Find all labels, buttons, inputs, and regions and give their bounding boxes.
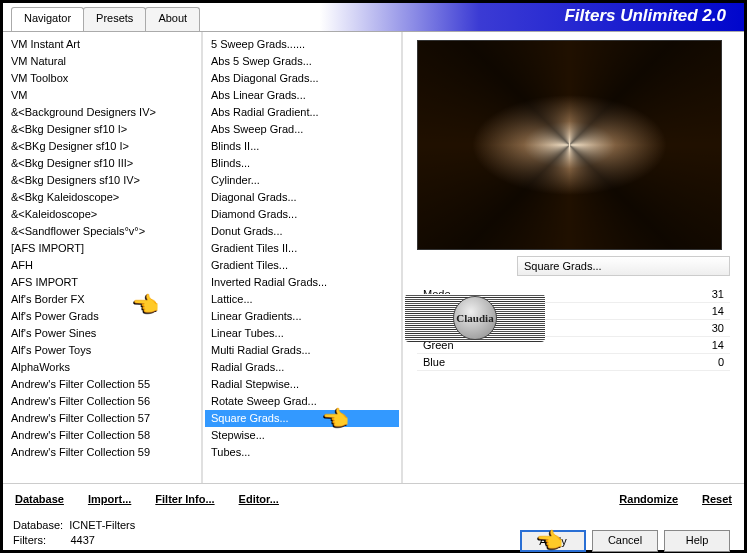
tab-about[interactable]: About: [145, 7, 200, 31]
list-item[interactable]: VM Instant Art: [5, 36, 199, 53]
list-item[interactable]: VM: [5, 87, 199, 104]
list-item[interactable]: Radial Stepwise...: [205, 376, 399, 393]
list-item[interactable]: Gradient Tiles...: [205, 257, 399, 274]
main-area: VM Instant ArtVM NaturalVM ToolboxVM&<Ba…: [3, 31, 744, 483]
list-item[interactable]: Abs Sweep Grad...: [205, 121, 399, 138]
list-item[interactable]: Abs 5 Swep Grads...: [205, 53, 399, 70]
cancel-button[interactable]: Cancel: [592, 530, 658, 552]
list-item[interactable]: [AFS IMPORT]: [5, 240, 199, 257]
list-item[interactable]: Abs Diagonal Grads...: [205, 70, 399, 87]
list-item[interactable]: Linear Gradients...: [205, 308, 399, 325]
list-item[interactable]: Cylinder...: [205, 172, 399, 189]
list-item[interactable]: Stepwise...: [205, 427, 399, 444]
header: Navigator Presets About Filters Unlimite…: [3, 3, 744, 31]
reset-button[interactable]: Reset: [702, 493, 732, 505]
param-value: 14: [684, 339, 724, 351]
list-item[interactable]: &<Bkg Designer sf10 I>: [5, 121, 199, 138]
param-name: Blue: [423, 356, 684, 368]
preview-column: Square Grads... Mode31Brightness14Red30G…: [403, 32, 744, 483]
list-item[interactable]: Andrew's Filter Collection 58: [5, 427, 199, 444]
list-item[interactable]: Square Grads...: [205, 410, 399, 427]
filters-label: Filters:: [13, 534, 46, 546]
footer-info: Database: ICNET-Filters Filters: 4437: [13, 518, 135, 548]
list-item[interactable]: Multi Radial Grads...: [205, 342, 399, 359]
tab-presets[interactable]: Presets: [83, 7, 146, 31]
apply-button[interactable]: Apply: [520, 530, 586, 552]
editor-button[interactable]: Editor...: [239, 493, 279, 505]
list-item[interactable]: Diamond Grads...: [205, 206, 399, 223]
list-item[interactable]: Donut Grads...: [205, 223, 399, 240]
list-item[interactable]: Linear Tubes...: [205, 325, 399, 342]
filter-info-button[interactable]: Filter Info...: [155, 493, 214, 505]
randomize-button[interactable]: Randomize: [619, 493, 678, 505]
app-window: Navigator Presets About Filters Unlimite…: [0, 0, 747, 553]
filters-count: 4437: [70, 534, 94, 546]
list-item[interactable]: Blinds...: [205, 155, 399, 172]
list-item[interactable]: AlphaWorks: [5, 359, 199, 376]
param-value: 14: [684, 305, 724, 317]
list-item[interactable]: Inverted Radial Grads...: [205, 274, 399, 291]
list-item[interactable]: &<Bkg Designers sf10 IV>: [5, 172, 199, 189]
watermark: Claudia: [405, 294, 545, 342]
param-value: 30: [684, 322, 724, 334]
db-label: Database:: [13, 519, 63, 531]
import-button[interactable]: Import...: [88, 493, 131, 505]
tab-navigator[interactable]: Navigator: [11, 7, 84, 31]
tab-bar: Navigator Presets About: [3, 3, 199, 31]
database-button[interactable]: Database: [15, 493, 64, 505]
preview-image: [417, 40, 722, 250]
list-item[interactable]: 5 Sweep Grads......: [205, 36, 399, 53]
list-item[interactable]: Diagonal Grads...: [205, 189, 399, 206]
filter-list[interactable]: 5 Sweep Grads......Abs 5 Swep Grads...Ab…: [203, 32, 401, 483]
dialog-buttons: Apply Cancel Help: [520, 530, 730, 552]
list-item[interactable]: Gradient Tiles II...: [205, 240, 399, 257]
list-item[interactable]: Andrew's Filter Collection 57: [5, 410, 199, 427]
watermark-badge: Claudia: [453, 296, 497, 340]
param-value: 0: [684, 356, 724, 368]
list-item[interactable]: &<Bkg Kaleidoscope>: [5, 189, 199, 206]
list-item[interactable]: Andrew's Filter Collection 56: [5, 393, 199, 410]
list-item[interactable]: &<Background Designers IV>: [5, 104, 199, 121]
list-item[interactable]: Abs Radial Gradient...: [205, 104, 399, 121]
list-item[interactable]: Lattice...: [205, 291, 399, 308]
list-item[interactable]: &<Kaleidoscope>: [5, 206, 199, 223]
param-row[interactable]: Blue0: [417, 354, 730, 371]
selected-filter-label: Square Grads...: [517, 256, 730, 276]
category-list[interactable]: VM Instant ArtVM NaturalVM ToolboxVM&<Ba…: [3, 32, 201, 483]
list-item[interactable]: Radial Grads...: [205, 359, 399, 376]
list-item[interactable]: Alf's Power Toys: [5, 342, 199, 359]
window-title: Filters Unlimited 2.0: [214, 3, 744, 31]
filter-column: 5 Sweep Grads......Abs 5 Swep Grads...Ab…: [203, 32, 403, 483]
list-item[interactable]: AFH: [5, 257, 199, 274]
list-item[interactable]: Alf's Border FX: [5, 291, 199, 308]
toolbar: Database Import... Filter Info... Editor…: [3, 483, 744, 514]
list-item[interactable]: Blinds II...: [205, 138, 399, 155]
help-button[interactable]: Help: [664, 530, 730, 552]
list-item[interactable]: VM Toolbox: [5, 70, 199, 87]
list-item[interactable]: Andrew's Filter Collection 55: [5, 376, 199, 393]
list-item[interactable]: AFS IMPORT: [5, 274, 199, 291]
param-value: 31: [684, 288, 724, 300]
list-item[interactable]: Rotate Sweep Grad...: [205, 393, 399, 410]
list-item[interactable]: Alf's Power Grads: [5, 308, 199, 325]
category-column: VM Instant ArtVM NaturalVM ToolboxVM&<Ba…: [3, 32, 203, 483]
list-item[interactable]: Tubes...: [205, 444, 399, 461]
list-item[interactable]: &<Bkg Designer sf10 III>: [5, 155, 199, 172]
list-item[interactable]: VM Natural: [5, 53, 199, 70]
db-value: ICNET-Filters: [69, 519, 135, 531]
list-item[interactable]: &<Sandflower Specials°v°>: [5, 223, 199, 240]
list-item[interactable]: &<BKg Designer sf10 I>: [5, 138, 199, 155]
list-item[interactable]: Andrew's Filter Collection 59: [5, 444, 199, 461]
list-item[interactable]: Abs Linear Grads...: [205, 87, 399, 104]
footer: Database: ICNET-Filters Filters: 4437 Ap…: [3, 514, 744, 548]
list-item[interactable]: Alf's Power Sines: [5, 325, 199, 342]
